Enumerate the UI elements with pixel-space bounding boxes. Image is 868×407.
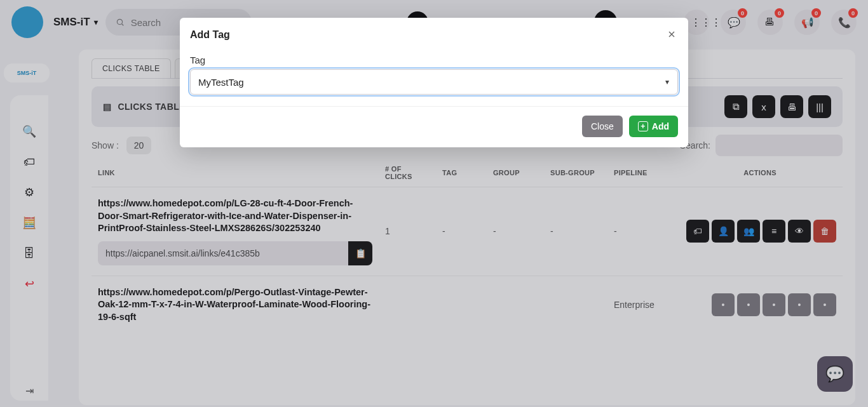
modal-close-button[interactable] bbox=[664, 27, 679, 42]
modal-title: Add Tag bbox=[190, 29, 678, 41]
modal-overlay[interactable]: Add Tag Tag MyTestTag ▾ Close + Add bbox=[0, 0, 868, 407]
tag-field-label: Tag bbox=[190, 55, 678, 65]
divider bbox=[180, 106, 688, 107]
close-icon bbox=[667, 29, 677, 39]
add-tag-modal: Add Tag Tag MyTestTag ▾ Close + Add bbox=[180, 18, 688, 147]
modal-add-button[interactable]: + Add bbox=[629, 116, 678, 137]
tag-select[interactable]: MyTestTag bbox=[190, 69, 678, 95]
tag-select-value: MyTestTag bbox=[198, 77, 244, 88]
plus-icon: + bbox=[638, 121, 648, 131]
modal-close-action-button[interactable]: Close bbox=[582, 116, 623, 137]
